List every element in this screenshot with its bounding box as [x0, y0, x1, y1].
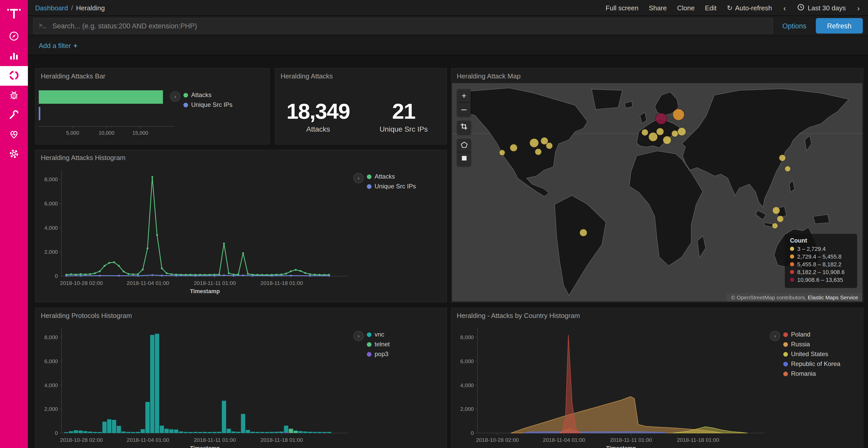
- panel-title: Heralding Attacks: [275, 69, 446, 81]
- protocols-histogram-chart[interactable]: 02,0004,0006,0008,0002018-10-28 02:00201…: [38, 320, 352, 448]
- panel-attack-map: Heralding Attack Map: [452, 69, 863, 302]
- legend-toggle-icon[interactable]: ›: [353, 173, 364, 183]
- map-legend-item: 2,729.4 – 5,455.8: [790, 253, 852, 260]
- svg-text:0: 0: [55, 273, 58, 279]
- panel-protocols-histogram: Heralding Protocols Histogram 02,0004,00…: [36, 308, 446, 448]
- legend-toggle-icon[interactable]: ›: [170, 91, 180, 102]
- breadcrumb: Dashboard / Heralding: [35, 4, 105, 12]
- svg-text:2,000: 2,000: [460, 406, 474, 412]
- legend-range-label: 3 – 2,729.4: [797, 246, 826, 252]
- clock-icon: [798, 3, 805, 12]
- metric-row: 18,349Attacks21Unique Src IPs: [275, 81, 446, 133]
- panel-title: Heralding Protocols Histogram: [36, 308, 446, 321]
- attacks-bar-chart[interactable]: 5,00010,00015,000: [38, 86, 178, 142]
- rectangle-icon: [461, 154, 467, 164]
- panel-attacks-histogram: Heralding Attacks Histogram 02,0004,0006…: [36, 150, 446, 302]
- svg-text:Timestamp: Timestamp: [190, 445, 220, 448]
- auto-refresh-button[interactable]: ↻ Auto-refresh: [727, 4, 772, 12]
- legend-color-dot: [783, 332, 788, 337]
- attacks-histogram-chart[interactable]: 02,0004,0006,0008,0002018-10-28 02:00201…: [38, 163, 352, 301]
- compass-icon: [8, 30, 20, 43]
- sidebar-item-dev-tools[interactable]: [0, 105, 28, 125]
- legend-color-dot: [790, 278, 794, 282]
- kibana-dashboard: Dashboard / Heralding Full screen Share …: [0, 0, 868, 448]
- panel-attacks-metric: Heralding Attacks 18,349Attacks21Unique …: [275, 69, 446, 144]
- attack-map[interactable]: + − Count 3 – 2,729.42,729.4 –: [452, 83, 862, 302]
- svg-text:Timestamp: Timestamp: [606, 445, 636, 448]
- top-actions: Full screen Share Clone Edit ↻ Auto-refr…: [606, 3, 861, 12]
- breadcrumb-dashboard-link[interactable]: Dashboard: [35, 4, 68, 12]
- chart-legend: ›AttacksUnique Src IPs: [169, 91, 266, 111]
- heartbeat-icon: [8, 128, 20, 141]
- panel-title: Heralding Attack Map: [452, 69, 863, 81]
- metric-value: 21: [361, 99, 446, 124]
- bar-chart-icon: [8, 50, 20, 63]
- svg-text:2018-11-11 01:00: 2018-11-11 01:00: [194, 437, 236, 443]
- map-legend-item: 5,455.8 – 8,182.2: [790, 261, 852, 267]
- zoom-out-button[interactable]: −: [457, 103, 471, 116]
- query-bar: >_ Options Refresh: [28, 16, 868, 36]
- legend-item[interactable]: Unique Src IPs: [367, 183, 444, 190]
- share-button[interactable]: Share: [649, 4, 667, 12]
- options-link[interactable]: Options: [779, 22, 809, 30]
- svg-text:2018-10-28 02:00: 2018-10-28 02:00: [60, 280, 103, 286]
- time-range-picker[interactable]: Last 30 days: [798, 3, 846, 12]
- telekom-logo[interactable]: [0, 0, 28, 27]
- legend-toggle-icon[interactable]: ›: [353, 331, 364, 341]
- sidebar-item-monitoring[interactable]: [0, 125, 28, 144]
- add-filter-button[interactable]: Add a filter +: [36, 41, 81, 50]
- draw-polygon-button[interactable]: [457, 139, 471, 152]
- legend-color-dot: [367, 352, 371, 356]
- sidebar-item-dashboard[interactable]: [0, 66, 28, 86]
- legend-range-label: 2,729.4 – 5,455.8: [797, 253, 841, 260]
- legend-label: Unique Src IPs: [375, 183, 416, 190]
- filter-bar: Add a filter +: [28, 36, 868, 55]
- svg-text:2018-11-04 01:00: 2018-11-04 01:00: [127, 437, 169, 443]
- legend-label: Romania: [791, 370, 816, 377]
- legend-item[interactable]: telnet: [367, 341, 444, 348]
- legend-item[interactable]: Republic of Korea: [783, 360, 861, 368]
- country-histogram-chart[interactable]: 02,0004,0006,0008,0002018-10-28 02:00201…: [454, 320, 769, 448]
- svg-text:2018-11-18 01:00: 2018-11-18 01:00: [677, 437, 719, 443]
- time-forward-chevron-icon[interactable]: ›: [856, 3, 861, 12]
- panel-title: Heralding Attacks Histogram: [36, 150, 446, 163]
- fit-data-bounds-button[interactable]: [457, 121, 471, 134]
- legend-toggle-icon[interactable]: ›: [770, 331, 780, 341]
- svg-text:2018-11-18 01:00: 2018-11-18 01:00: [260, 437, 303, 443]
- sidebar-item-bug[interactable]: [0, 86, 28, 105]
- svg-text:Timestamp: Timestamp: [190, 288, 220, 295]
- ts-chart: 02,0004,0006,0008,0002018-10-28 02:00201…: [38, 320, 444, 448]
- search-input-wrap[interactable]: >_: [33, 18, 773, 34]
- zoom-in-button[interactable]: +: [457, 89, 471, 103]
- legend-item[interactable]: Attacks: [183, 91, 266, 99]
- legend-item[interactable]: vnc: [367, 331, 444, 338]
- attribution-muted: © OpenStreetMap contributors,: [731, 294, 806, 300]
- attribution-strong: Elastic Maps Service: [808, 294, 858, 300]
- clone-button[interactable]: Clone: [677, 4, 695, 12]
- full-screen-button[interactable]: Full screen: [606, 4, 638, 12]
- draw-rectangle-button[interactable]: [457, 152, 471, 166]
- legend-label: vnc: [375, 331, 384, 338]
- sidebar-item-visualize[interactable]: [0, 46, 28, 66]
- legend-item[interactable]: Russia: [783, 341, 861, 348]
- sidebar-item-management[interactable]: [0, 144, 28, 164]
- search-input[interactable]: [52, 22, 768, 30]
- sidebar-item-discover[interactable]: [0, 27, 28, 46]
- legend-item[interactable]: Unique Src IPs: [183, 101, 266, 108]
- legend-label: telnet: [375, 341, 390, 348]
- edit-button[interactable]: Edit: [705, 4, 717, 12]
- legend-item[interactable]: United States: [783, 350, 861, 358]
- chart-legend: ›vnctelnetpop3: [352, 331, 444, 448]
- time-range-label: Last 30 days: [808, 4, 846, 12]
- top-nav-bar: Dashboard / Heralding Full screen Share …: [28, 0, 868, 16]
- panel-country-histogram: Heralding - Attacks by Country Histogram…: [452, 308, 863, 448]
- legend-item[interactable]: pop3: [367, 350, 444, 358]
- refresh-button[interactable]: Refresh: [815, 18, 863, 34]
- legend-item[interactable]: Romania: [783, 370, 861, 377]
- legend-item[interactable]: Attacks: [367, 173, 444, 180]
- legend-item[interactable]: Poland: [783, 331, 861, 338]
- map-legend-title: Count: [790, 237, 852, 244]
- time-back-chevron-icon[interactable]: ‹: [782, 3, 787, 12]
- legend-color-dot: [183, 93, 188, 97]
- svg-text:5,000: 5,000: [66, 130, 79, 136]
